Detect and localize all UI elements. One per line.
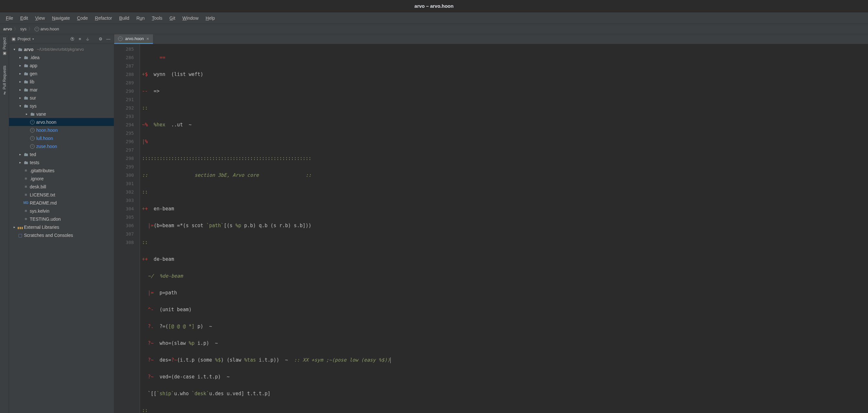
folder-icon [18,46,23,52]
menu-tools[interactable]: Tools [149,14,165,22]
folder-icon [23,55,28,60]
project-sidebar: ▣ Project ▾ ⦿ ≡ ⫝ ⚙ — ▾arvo~/Urbit/dev/u… [9,34,114,413]
external-libraries-icon [18,225,23,230]
rail-tab-project[interactable]: ▣ Project [2,37,7,56]
gutter-line: 286 [114,53,134,62]
hoon-file-icon [30,120,35,125]
editor-area: arvo.hoon × 2852862872882892902912922932… [114,34,868,413]
menu-help[interactable]: Help [203,14,218,22]
tree-folder-sur[interactable]: ▸sur [9,94,114,102]
folder-icon [23,71,28,76]
tree-folder-mar[interactable]: ▸mar [9,85,114,94]
gutter-line: 305 [114,213,134,221]
gutter-line: 289 [114,78,134,87]
hoon-file-icon [30,136,35,141]
menu-view[interactable]: View [32,14,48,22]
tree-external-libraries[interactable]: ▸External Libraries [9,223,114,231]
tab-label: arvo.hoon [125,36,144,41]
menubar: File Edit View Navigate Code Refactor Bu… [0,12,868,24]
tree-file-license[interactable]: LICENSE.txt [9,191,114,199]
breadcrumb-folder[interactable]: sys [20,27,27,31]
gutter-line: 307 [114,230,134,238]
hoon-file-icon [35,27,39,31]
tree-file-hoon-hoon[interactable]: hoon.hoon [9,126,114,134]
tree-folder-sys[interactable]: ▾sys [9,102,114,110]
folder-icon [23,151,28,157]
tree-folder-ted[interactable]: ▸ted [9,150,114,158]
rail-tab-pull-requests[interactable]: ⇋ Pull Requests [2,66,7,95]
menu-build[interactable]: Build [116,14,133,22]
tree-file-testing[interactable]: TESTING.udon [9,215,114,223]
gutter-line: 297 [114,146,134,154]
folder-icon [23,95,28,101]
menu-edit[interactable]: Edit [17,14,31,22]
folder-icon [23,79,28,84]
tree-root[interactable]: ▾arvo~/Urbit/dev/urbit/pkg/arvo [9,45,114,53]
hoon-file-icon [30,128,35,133]
menu-refactor[interactable]: Refactor [92,14,116,22]
left-tool-rail: ▣ Project ⇋ Pull Requests [0,34,9,413]
tree-scratches[interactable]: Scratches and Consoles [9,231,114,239]
menu-window[interactable]: Window [179,14,202,22]
editor-gutter: 2852862872882892902912922932942952962972… [114,44,140,413]
tree-file-ignore[interactable]: .ignore [9,174,114,182]
minimize-icon[interactable]: — [105,36,111,42]
tree-file-gitattributes[interactable]: .gitattributes [9,166,114,174]
file-icon [23,176,28,181]
gutter-line: 303 [114,196,134,205]
folder-icon [23,87,28,93]
scratches-icon [18,233,23,238]
window-title: arvo – arvo.hoon [414,3,454,9]
project-selector[interactable]: ▣ Project ▾ [12,36,34,41]
breadcrumb-file[interactable]: arvo.hoon [35,27,59,31]
project-tree: ▾arvo~/Urbit/dev/urbit/pkg/arvo ▸.idea ▸… [9,44,114,413]
project-rail-icon: ▣ [2,51,7,56]
tree-file-arvo-hoon[interactable]: arvo.hoon [9,118,114,126]
editor-tabs: arvo.hoon × [114,34,868,44]
collapse-all-icon[interactable]: ⫝ [85,36,91,42]
expand-all-icon[interactable]: ≡ [77,36,83,42]
locate-icon[interactable]: ⦿ [69,36,75,42]
file-icon [23,184,28,189]
tree-file-zuse-hoon[interactable]: zuse.hoon [9,142,114,150]
gutter-line: 302 [114,188,134,196]
tab-arvo-hoon[interactable]: arvo.hoon × [114,34,153,44]
gutter-line: 290 [114,87,134,95]
gutter-line: 288 [114,70,134,78]
pull-requests-rail-icon: ⇋ [2,92,7,95]
editor-caret [390,357,391,363]
menu-code[interactable]: Code [74,14,91,22]
menu-run[interactable]: Run [133,14,148,22]
tree-folder-gen[interactable]: ▸gen [9,69,114,77]
folder-icon [23,160,28,165]
gutter-line: 294 [114,121,134,129]
editor-code[interactable]: == +$ wynn (list weft) -- => :: ~% %hex … [140,44,868,413]
editor-body[interactable]: 2852862872882892902912922932942952962972… [114,44,868,413]
gutter-line: 295 [114,129,134,137]
tree-file-lull-hoon[interactable]: lull.hoon [9,134,114,142]
gutter-line: 287 [114,62,134,70]
breadcrumb: arvo 〉 sys 〉 arvo.hoon [0,24,868,34]
tree-folder-app[interactable]: ▸app [9,61,114,69]
tree-file-readme[interactable]: MDREADME.md [9,199,114,207]
tree-folder-idea[interactable]: ▸.idea [9,53,114,61]
folder-icon [23,103,28,109]
gutter-line: 292 [114,104,134,112]
menu-file[interactable]: File [3,14,17,22]
tree-file-deskbill[interactable]: desk.bill [9,182,114,191]
tree-folder-vane[interactable]: ▸vane [9,110,114,118]
breadcrumb-root[interactable]: arvo [3,27,12,31]
file-icon [23,168,28,173]
menu-navigate[interactable]: Navigate [49,14,73,22]
menu-git[interactable]: Git [166,14,179,22]
close-tab-icon[interactable]: × [147,36,149,41]
gutter-line: 300 [114,171,134,179]
settings-icon[interactable]: ⚙ [98,36,103,42]
gutter-line: 299 [114,163,134,171]
tree-folder-lib[interactable]: ▸lib [9,77,114,85]
gutter-line: 293 [114,112,134,121]
tree-folder-tests[interactable]: ▸tests [9,158,114,166]
tree-file-syskelvin[interactable]: sys.kelvin [9,207,114,215]
markdown-icon: MD [23,201,28,205]
gutter-line: 301 [114,179,134,188]
